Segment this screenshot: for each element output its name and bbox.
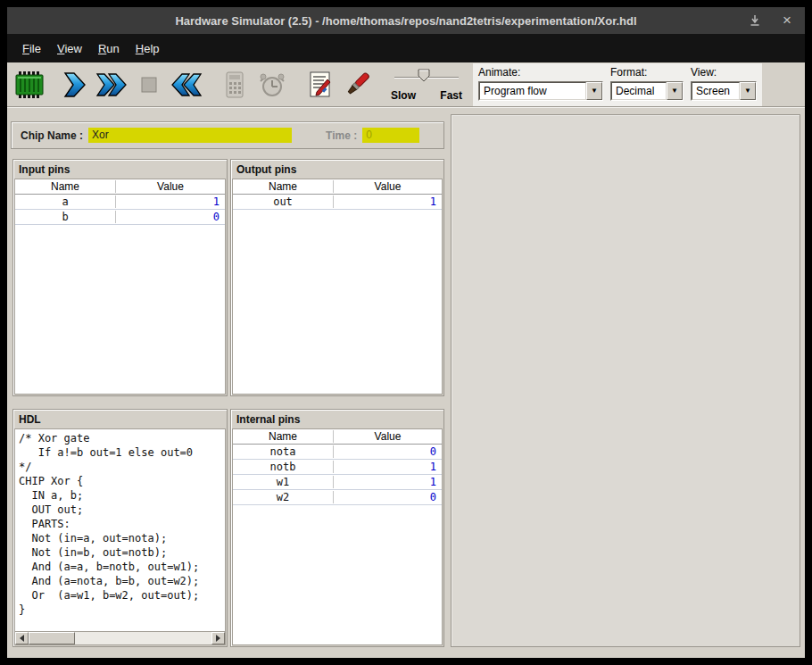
triangle-left-icon: [20, 635, 24, 642]
table-header-row: Name Value: [15, 179, 225, 195]
brush-icon: [342, 69, 374, 101]
run-button[interactable]: [93, 66, 130, 104]
output-pins-title: Output pins: [231, 160, 443, 179]
pin-name-cell: notb: [233, 461, 334, 473]
pin-value-cell[interactable]: 0: [116, 211, 225, 223]
load-chip-button[interactable]: [11, 66, 48, 104]
column-header-value: Value: [334, 430, 442, 443]
format-dropdown[interactable]: Decimal ▼: [610, 81, 684, 101]
table-row: w1 1: [233, 475, 442, 490]
menu-run[interactable]: Run: [90, 36, 128, 62]
rewind-icon: [170, 69, 203, 101]
triangle-right-icon: [216, 635, 220, 642]
output-pins-panel: Output pins Name Value out 1: [230, 159, 444, 396]
hdl-horizontal-scrollbar[interactable]: [14, 632, 226, 645]
animate-label: Animate:: [478, 66, 603, 79]
pin-name-cell: b: [15, 211, 116, 223]
pin-value-cell: 0: [334, 445, 442, 458]
screen-view-panel: [451, 114, 800, 647]
column-header-value: Value: [334, 180, 442, 193]
chip-name-field[interactable]: Xor: [88, 128, 292, 143]
minimize-icon: [750, 14, 760, 27]
menu-file[interactable]: File: [14, 36, 49, 62]
pin-value-cell: 1: [334, 476, 442, 488]
table-row: a 1: [15, 195, 225, 210]
titlebar: Hardware Simulator (2.5) - /home/thomas/…: [7, 7, 805, 34]
animate-dropdown-group: Animate: Program flow ▼: [478, 66, 603, 101]
view-dropdown[interactable]: Screen ▼: [691, 81, 757, 101]
column-header-name: Name: [233, 180, 334, 193]
scrollbar-thumb[interactable]: [29, 632, 75, 644]
table-row: out 1: [233, 195, 442, 210]
table-row: notb 1: [233, 460, 442, 475]
hdl-panel: HDL /* Xor gate If a!=b out=1 else out=0…: [12, 409, 228, 647]
scroll-left-button[interactable]: [15, 632, 29, 644]
stop-button[interactable]: [130, 66, 168, 104]
window-title: Hardware Simulator (2.5) - /home/thomas/…: [7, 14, 805, 28]
menubar: File View Run Help: [7, 34, 805, 62]
pin-name-cell: a: [15, 195, 116, 208]
input-pins-table: Name Value a 1 b 0: [14, 179, 226, 395]
chevron-down-icon: ▼: [586, 82, 602, 100]
column-header-name: Name: [233, 430, 334, 443]
internal-pins-table: Name Value nota 0 notb 1 w1 1 w2 0: [232, 428, 443, 645]
pin-name-cell: nota: [233, 445, 334, 458]
minimize-button[interactable]: [748, 13, 762, 28]
calculator-icon: [219, 69, 251, 101]
input-pins-panel: Input pins Name Value a 1 b 0: [12, 159, 228, 396]
chip-icon: [13, 69, 46, 101]
pin-name-cell: w1: [233, 476, 334, 488]
toolbar: Slow Fast Animate: Program flow ▼ Format…: [7, 62, 805, 107]
close-button[interactable]: ×: [780, 13, 794, 28]
single-step-button[interactable]: [55, 66, 93, 104]
animate-value: Program flow: [479, 82, 586, 100]
pin-value-cell: 1: [334, 195, 442, 208]
time-field: 0: [362, 128, 419, 143]
pin-value-cell: 1: [334, 461, 442, 473]
chip-name-label: Chip Name :: [21, 129, 83, 142]
stop-icon: [133, 69, 165, 101]
script-icon: [304, 69, 336, 101]
speed-slider[interactable]: Slow Fast: [391, 66, 462, 104]
table-header-row: Name Value: [233, 179, 442, 195]
chip-name-bar: Chip Name : Xor Time : 0: [11, 121, 444, 149]
pin-name-cell: w2: [233, 491, 334, 503]
pin-value-cell: 0: [334, 491, 442, 503]
main-content: Chip Name : Xor Time : 0 Input pins Name…: [7, 107, 805, 658]
scrollbar-track[interactable]: [29, 632, 211, 644]
table-row: w2 0: [233, 490, 442, 505]
time-label: Time :: [326, 129, 357, 142]
view-label: View:: [691, 66, 757, 79]
table-row: nota 0: [233, 445, 442, 460]
slider-slow-label: Slow: [391, 89, 416, 102]
view-script-button[interactable]: [302, 66, 339, 104]
calculator-button: [216, 66, 253, 104]
hdl-title: HDL: [13, 410, 227, 428]
hardware-simulator-window: Hardware Simulator (2.5) - /home/thomas/…: [0, 0, 812, 665]
single-step-icon: [58, 69, 90, 101]
hdl-code: /* Xor gate If a!=b out=1 else out=0 */ …: [15, 429, 225, 619]
clock-button: [253, 66, 291, 104]
clear-button[interactable]: [339, 66, 377, 104]
chevron-down-icon: ▼: [740, 82, 756, 100]
menu-view[interactable]: View: [49, 36, 90, 62]
internal-pins-title: Internal pins: [231, 410, 443, 428]
scroll-right-button[interactable]: [211, 632, 225, 644]
reset-button[interactable]: [168, 66, 205, 104]
chevron-down-icon: ▼: [667, 82, 683, 100]
view-dropdown-group: View: Screen ▼: [691, 66, 757, 101]
slider-fast-label: Fast: [440, 89, 462, 102]
hdl-code-view: /* Xor gate If a!=b out=1 else out=0 */ …: [14, 428, 226, 632]
table-row: b 0: [15, 210, 225, 225]
run-icon: [95, 69, 128, 101]
animate-dropdown[interactable]: Program flow ▼: [478, 81, 603, 101]
view-value: Screen: [692, 82, 740, 100]
pin-value-cell[interactable]: 1: [116, 195, 225, 208]
pin-name-cell: out: [233, 195, 334, 208]
slider-thumb[interactable]: [418, 69, 430, 86]
menu-help[interactable]: Help: [128, 36, 168, 62]
output-pins-table: Name Value out 1: [232, 179, 443, 395]
format-label: Format:: [610, 66, 684, 79]
table-header-row: Name Value: [233, 429, 442, 445]
input-pins-title: Input pins: [13, 160, 227, 179]
